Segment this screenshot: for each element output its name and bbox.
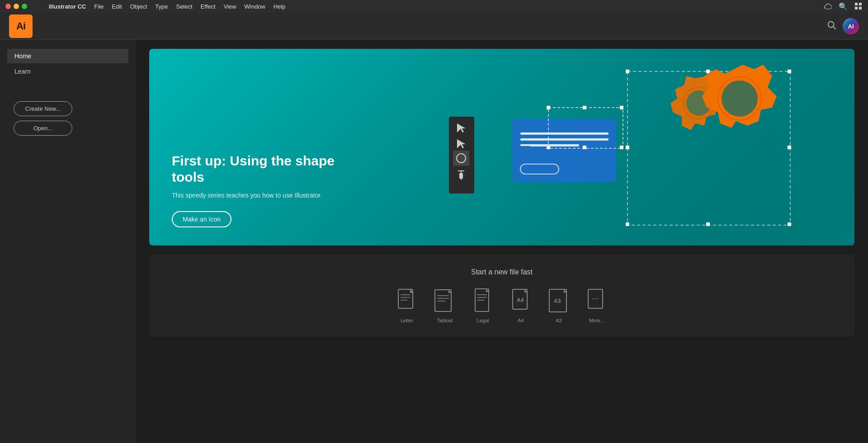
- svg-rect-28: [627, 71, 790, 225]
- svg-marker-40: [702, 65, 777, 128]
- svg-rect-19: [520, 144, 579, 146]
- preset-a4[interactable]: A4 A4: [507, 287, 534, 323]
- sidebar: Home Learn Create New... Open...: [0, 40, 136, 443]
- menu-file[interactable]: File: [94, 3, 104, 10]
- app-header: Ai AI: [0, 13, 868, 40]
- search-icon-title[interactable]: 🔍: [839, 2, 847, 10]
- svg-rect-2: [855, 7, 858, 9]
- svg-rect-27: [583, 146, 586, 149]
- creative-cloud-icon[interactable]: [824, 2, 832, 10]
- menu-bar: Illustrator CC File Edit Object Type Sel…: [39, 3, 286, 10]
- hero-subtitle: This speedy series teaches you how to us…: [172, 191, 344, 200]
- sidebar-buttons: Create New... Open...: [0, 88, 136, 149]
- svg-rect-15: [459, 173, 463, 179]
- menu-effect[interactable]: Effect: [201, 3, 216, 10]
- menu-object[interactable]: Object: [130, 3, 147, 10]
- file-presets: Letter Tabloid: [163, 287, 841, 323]
- svg-rect-0: [855, 3, 858, 5]
- menu-type[interactable]: Type: [155, 3, 168, 10]
- menu-help[interactable]: Help: [274, 3, 286, 10]
- close-button[interactable]: [5, 4, 11, 9]
- hero-banner: First up: Using the shape tools This spe…: [149, 49, 854, 245]
- avatar[interactable]: AI: [843, 18, 859, 34]
- preset-more-label: More...: [589, 318, 604, 323]
- svg-marker-43: [510, 141, 530, 154]
- svg-point-42: [722, 80, 758, 117]
- svg-rect-20: [520, 164, 559, 174]
- sidebar-nav: Home Learn: [0, 49, 136, 79]
- hero-cta-button[interactable]: Make an Icon: [172, 211, 231, 227]
- menu-select[interactable]: Select: [176, 3, 192, 10]
- traffic-lights: [5, 4, 27, 9]
- preset-tabloid-label: Tabloid: [437, 318, 453, 323]
- hero-title: First up: Using the shape tools: [172, 153, 344, 185]
- content-area: First up: Using the shape tools This spe…: [136, 40, 868, 443]
- open-button[interactable]: Open...: [14, 121, 72, 136]
- preset-tabloid-icon: [431, 287, 458, 314]
- hero-bg-accent: [467, 49, 854, 245]
- preset-letter-label: Letter: [401, 318, 413, 323]
- svg-point-41: [718, 77, 761, 120]
- svg-point-38: [683, 87, 715, 119]
- preset-legal-icon: [469, 287, 496, 314]
- svg-rect-33: [706, 70, 710, 73]
- title-bar-right: 🔍: [824, 2, 863, 10]
- svg-rect-32: [788, 222, 791, 226]
- title-bar: Illustrator CC File Edit Object Type Sel…: [0, 0, 868, 13]
- svg-rect-11: [453, 151, 469, 166]
- search-icon-header[interactable]: [826, 20, 836, 32]
- svg-rect-29: [626, 70, 629, 73]
- svg-text:AI: AI: [848, 23, 854, 30]
- main-layout: Home Learn Create New... Open... First u…: [0, 40, 868, 443]
- svg-rect-17: [520, 132, 609, 135]
- start-title: Start a new file fast: [163, 268, 841, 276]
- svg-rect-30: [788, 70, 791, 73]
- svg-point-39: [686, 90, 712, 116]
- preset-a3-label: A3: [556, 318, 561, 323]
- menu-window[interactable]: Window: [245, 3, 265, 10]
- menu-view[interactable]: View: [224, 3, 236, 10]
- menu-edit[interactable]: Edit: [112, 3, 122, 10]
- preset-a4-label: A4: [518, 318, 524, 323]
- svg-rect-34: [706, 222, 710, 226]
- svg-rect-48: [435, 290, 451, 311]
- preset-more-icon: ···: [583, 287, 610, 314]
- svg-rect-31: [626, 222, 629, 226]
- preset-letter[interactable]: Letter: [393, 287, 420, 323]
- svg-line-5: [833, 27, 835, 29]
- svg-marker-9: [457, 123, 466, 132]
- minimize-button[interactable]: [14, 4, 19, 9]
- app-header-right: AI: [826, 18, 859, 34]
- app-name: Illustrator CC: [49, 3, 86, 10]
- grid-icon[interactable]: [854, 2, 863, 10]
- sidebar-item-learn[interactable]: Learn: [7, 64, 128, 79]
- svg-rect-16: [512, 119, 616, 182]
- preset-letter-icon: [393, 287, 420, 314]
- preset-a3[interactable]: A3 A3: [545, 287, 572, 323]
- hero-illustration: [396, 49, 854, 245]
- ai-logo: Ai: [9, 14, 33, 38]
- svg-rect-36: [788, 146, 791, 149]
- svg-text:···: ···: [592, 294, 599, 303]
- svg-rect-18: [520, 138, 609, 141]
- sidebar-item-home[interactable]: Home: [7, 49, 128, 63]
- preset-legal-label: Legal: [477, 318, 489, 323]
- preset-more[interactable]: ··· More...: [583, 287, 610, 323]
- svg-rect-8: [449, 117, 474, 193]
- preset-tabloid[interactable]: Tabloid: [431, 287, 458, 323]
- svg-rect-1: [859, 3, 862, 5]
- preset-a4-icon: A4: [507, 287, 534, 314]
- svg-marker-10: [457, 139, 466, 148]
- svg-rect-24: [547, 146, 550, 149]
- svg-rect-26: [583, 106, 586, 109]
- svg-text:A3: A3: [554, 298, 561, 304]
- create-new-button[interactable]: Create New...: [14, 101, 72, 116]
- hero-text: First up: Using the shape tools This spe…: [172, 153, 344, 227]
- preset-a3-icon: A3: [545, 287, 572, 314]
- svg-rect-35: [626, 146, 629, 149]
- svg-marker-37: [670, 76, 727, 130]
- svg-rect-21: [548, 108, 623, 148]
- preset-legal[interactable]: Legal: [469, 287, 496, 323]
- maximize-button[interactable]: [22, 4, 27, 9]
- svg-rect-25: [620, 146, 623, 149]
